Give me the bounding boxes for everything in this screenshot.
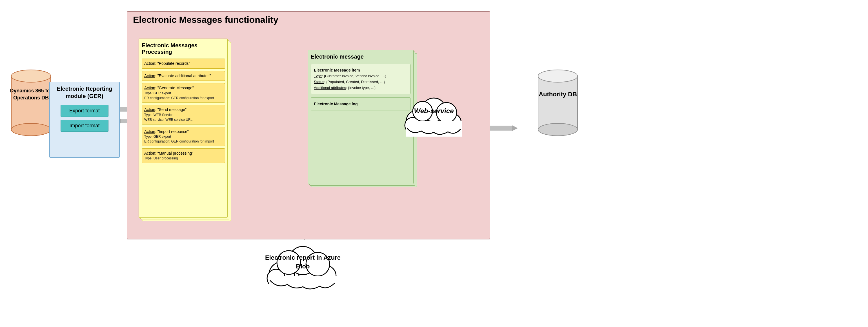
import-format-button[interactable]: Import format bbox=[61, 120, 108, 132]
dynamics-db: Dynamics 365 for Operations DB bbox=[8, 62, 54, 141]
action-box-2: Action: "Generate Message" Type: GER exp… bbox=[142, 83, 225, 102]
er-module-box: Electronic Reportingmodule (GER) Export … bbox=[49, 82, 120, 158]
svg-point-32 bbox=[538, 123, 578, 136]
action-line-5: Action: "Manual processing" bbox=[144, 151, 223, 156]
azure-blob-cloud: Electronic report in Azure Blob bbox=[265, 231, 341, 301]
action-line-4: Action: "Import response" bbox=[144, 129, 223, 135]
em-item-status: Status: {Populated, Created, Dismissed, … bbox=[314, 79, 407, 85]
svg-marker-23 bbox=[512, 125, 518, 131]
em-item-attributes: Additional attributes: {Invoice type, …} bbox=[314, 85, 407, 91]
action-box-4: Action: "Import response" Type: GER expo… bbox=[142, 127, 225, 146]
action-line-1: Action: "Evaluate additional attributes" bbox=[144, 73, 223, 79]
diagram-container: Dynamics 365 for Operations DB Authority… bbox=[0, 0, 868, 327]
em-message-title: Electronic message bbox=[311, 54, 410, 60]
svg-rect-42 bbox=[406, 121, 462, 137]
action-box-3: Action: "Send message" Type: WEB Service… bbox=[142, 105, 225, 124]
svg-point-33 bbox=[538, 70, 578, 82]
action-line-0: Action: "Populate records" bbox=[144, 61, 223, 66]
action-line-3: Action: "Send message" bbox=[144, 107, 223, 113]
action-box-1: Action: "Evaluate additional attributes" bbox=[142, 71, 225, 81]
paper-page-1: Electronic Messages Processing Action: "… bbox=[138, 39, 228, 218]
action-box-0: Action: "Populate records" bbox=[142, 59, 225, 69]
detail-line-2-1: ER configuration: GER configuration for … bbox=[144, 96, 223, 101]
em-processing-section: Electronic Messages Processing Action: "… bbox=[138, 39, 231, 222]
dynamics-db-label: Dynamics 365 for Operations DB bbox=[8, 87, 54, 101]
authority-db: Authority DB bbox=[535, 62, 580, 141]
detail-line-5-0: Type: User processing bbox=[144, 156, 223, 161]
export-format-button[interactable]: Export format bbox=[61, 105, 108, 117]
detail-line-4-1: ER configuration: GER configuration for … bbox=[144, 139, 223, 144]
svg-point-29 bbox=[11, 123, 51, 136]
authority-db-cylinder-svg bbox=[535, 62, 580, 141]
action-line-2: Action: "Generate Message" bbox=[144, 85, 223, 91]
svg-point-30 bbox=[11, 70, 51, 82]
svg-rect-28 bbox=[11, 76, 51, 130]
detail-line-2-0: Type: GER export bbox=[144, 91, 223, 96]
em-message-section: Electronic message Electronic Message it… bbox=[308, 50, 415, 185]
er-module-title: Electronic Reportingmodule (GER) bbox=[50, 82, 119, 102]
em-processing-content: Electronic Messages Processing Action: "… bbox=[139, 39, 228, 218]
webservice-label: Web-service bbox=[403, 107, 465, 115]
em-item-title: Electronic Message item bbox=[314, 67, 407, 73]
em-message-page-1: Electronic message Electronic Message it… bbox=[308, 50, 413, 184]
em-functionality-title: Electronic Messages functionality bbox=[133, 14, 278, 25]
detail-line-3-1: WEB service: WEB service URL bbox=[144, 118, 223, 122]
action-box-5: Action: "Manual processing" Type: User p… bbox=[142, 149, 225, 163]
azure-blob-label: Electronic report in Azure Blob bbox=[265, 254, 341, 271]
detail-line-3-0: Type: WEB Service bbox=[144, 113, 223, 118]
detail-line-4-0: Type: GER export bbox=[144, 134, 223, 139]
em-processing-title: Electronic Messages Processing bbox=[142, 42, 225, 55]
em-log-box: Electronic Message log bbox=[311, 97, 410, 110]
webservice-cloud: Web-service bbox=[403, 85, 465, 141]
authority-db-label: Authority DB bbox=[535, 90, 580, 99]
em-item-box: Electronic Message item Type: {Customer … bbox=[311, 64, 410, 94]
svg-rect-31 bbox=[538, 76, 578, 130]
em-item-type: Type: {Customer invoice, Vendor invoice,… bbox=[314, 73, 407, 79]
